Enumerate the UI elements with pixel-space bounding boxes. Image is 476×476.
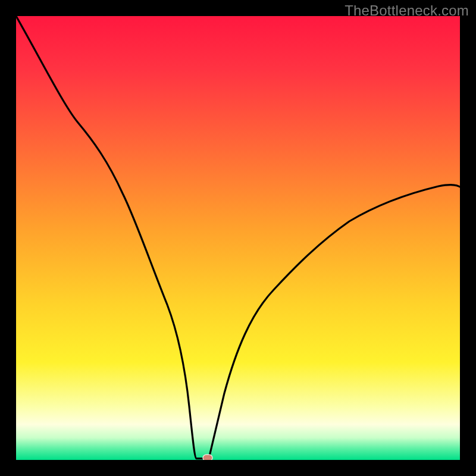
gradient-background [16,16,460,460]
plot-area [16,16,460,460]
chart-svg [16,16,460,460]
outer-black-frame: TheBottleneck.com [0,0,476,476]
optimal-point-marker [203,455,212,460]
svg-rect-0 [203,455,212,460]
